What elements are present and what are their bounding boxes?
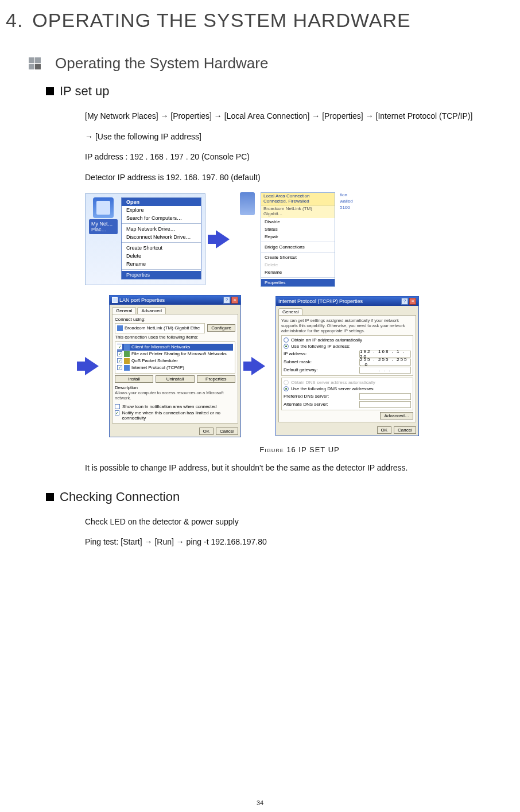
chapter-heading: 4. OPERATING THE SYSTEM HARDWARE xyxy=(6,9,514,32)
paragraph: It is possible to change IP address, but… xyxy=(85,462,514,475)
arrow-right-icon xyxy=(216,230,230,248)
grid-icon xyxy=(29,57,41,70)
network-icon xyxy=(112,297,118,303)
menu-item-bridge[interactable]: Bridge Connections xyxy=(261,243,335,251)
radio-label: Use the following DNS server addresses: xyxy=(291,386,375,391)
bullet-square-icon xyxy=(46,87,54,95)
context-menu-lan-connection: Local Area Connection Connected, Firewal… xyxy=(240,192,353,287)
subsection-checking-connection: Checking Connection xyxy=(46,489,514,504)
arrow-right-icon xyxy=(251,357,265,375)
configure-button[interactable]: Configure xyxy=(207,324,235,332)
section-title: Operating the System Hardware xyxy=(55,55,268,72)
close-button[interactable]: × xyxy=(231,297,238,304)
menu-item-rename[interactable]: Rename xyxy=(122,260,201,268)
subnet-mask-field[interactable]: 255 . 255 . 255 . 0 xyxy=(359,359,411,366)
bullet-square-icon xyxy=(46,493,54,501)
subsection-title: IP set up xyxy=(60,84,109,99)
description-text: Allows your computer to access resources… xyxy=(115,390,235,401)
intro-text: You can get IP settings assigned automat… xyxy=(281,318,413,333)
label-dns1: Preferred DNS server: xyxy=(284,394,356,399)
radio-label: Obtain DNS server address automatically xyxy=(291,380,375,385)
menu-item-status[interactable]: Status xyxy=(261,226,335,233)
side-text: walled xyxy=(340,199,353,204)
checkbox[interactable]: ✓ xyxy=(115,410,119,415)
list-item[interactable]: ✓Internet Protocol (TCP/IP) xyxy=(117,364,233,371)
close-button[interactable]: × xyxy=(409,298,416,305)
radio-auto-dns-disabled xyxy=(284,380,289,385)
menu-item-repair[interactable]: Repair xyxy=(261,233,335,240)
radio-label: Use the following IP address: xyxy=(291,344,350,349)
label-description: Description xyxy=(115,385,235,390)
dns1-field[interactable] xyxy=(359,393,411,400)
paragraph: → [Use the following IP address] xyxy=(85,131,514,143)
checkbox[interactable] xyxy=(115,404,120,409)
context-menu: Open Explore Search for Computers… Map N… xyxy=(121,197,201,279)
label-connect-using: Connect using: xyxy=(115,317,235,322)
menu-item-rename[interactable]: Rename xyxy=(261,269,335,276)
section-row: Operating the System Hardware xyxy=(29,55,514,72)
list-item[interactable]: ✓QoS Packet Scheduler xyxy=(117,358,233,364)
dns2-field[interactable] xyxy=(359,401,411,408)
dialog-title: LAN port Properties xyxy=(119,297,165,303)
ok-button[interactable]: OK xyxy=(377,426,392,434)
menu-item-create-shortcut[interactable]: Create Shortcut xyxy=(122,244,201,252)
menu-item-explore[interactable]: Explore xyxy=(122,206,201,214)
paragraph: Check LED on the detector & power supply xyxy=(85,516,514,529)
tab-general[interactable]: General xyxy=(112,307,136,314)
list-item[interactable]: ✓Client for Microsoft Networks xyxy=(117,344,233,351)
chapter-title: OPERATING THE SYSTEM HARDWARE xyxy=(32,9,410,32)
label-uses-items: This connection uses the following items… xyxy=(115,335,235,340)
subsection-ip-setup: IP set up xyxy=(46,84,514,99)
arrow-right-icon xyxy=(85,357,99,375)
computers-icon xyxy=(240,192,255,215)
menu-item-properties[interactable]: Properties xyxy=(122,271,201,279)
side-text: tion xyxy=(340,192,353,197)
dialog-title: Internet Protocol (TCP/IP) Properties xyxy=(278,298,363,304)
cancel-button[interactable]: Cancel xyxy=(394,426,416,434)
share-icon xyxy=(124,351,130,357)
menu-item-map-drive[interactable]: Map Network Drive… xyxy=(122,225,201,233)
checkbox-label: Notify me when this connection has limit… xyxy=(122,410,235,421)
radio-manual-ip[interactable] xyxy=(284,344,289,349)
uninstall-button[interactable]: Uninstall xyxy=(156,375,194,383)
menu-item-properties[interactable]: Properties xyxy=(261,279,335,286)
menu-item-open[interactable]: Open xyxy=(122,198,201,206)
menu-item-disable[interactable]: Disable xyxy=(261,218,335,226)
menu-item-disconnect-drive[interactable]: Disconnect Network Drive… xyxy=(122,233,201,241)
radio-label: Obtain an IP address automatically xyxy=(291,337,362,343)
radio-auto-ip[interactable] xyxy=(284,337,289,343)
adapter-icon xyxy=(117,325,123,331)
gateway-field[interactable]: . . . xyxy=(359,367,411,374)
list-item[interactable]: ✓File and Printer Sharing for Microsoft … xyxy=(117,351,233,358)
menu-item-search[interactable]: Search for Computers… xyxy=(122,214,201,222)
tab-general[interactable]: General xyxy=(278,308,302,315)
label-ip: IP address: xyxy=(284,351,356,356)
ok-button[interactable]: OK xyxy=(199,428,214,435)
install-button[interactable]: Install xyxy=(115,375,153,383)
label-mask: Subnet mask: xyxy=(284,359,356,364)
tcpip-icon xyxy=(124,365,130,371)
paragraph: [My Network Places] → [Properties] → [Lo… xyxy=(85,110,514,123)
help-button[interactable]: ? xyxy=(401,298,408,305)
adapter-name: Broadcom NetLink (TM) Gigabit Ethe xyxy=(125,325,200,331)
status-banner: Local Area Connection Connected, Firewal… xyxy=(261,193,335,206)
label-gateway: Default gateway: xyxy=(284,367,356,372)
menu-item-delete-disabled: Delete xyxy=(261,261,335,269)
tab-advanced[interactable]: Advanced xyxy=(137,307,166,314)
figure-caption: Figure 16 IP SET UP xyxy=(85,445,514,454)
context-menu-my-network-places: My Net… Plac… Open Explore Search for Co… xyxy=(85,193,205,285)
figure-ip-setup: My Net… Plac… Open Explore Search for Co… xyxy=(85,192,514,454)
client-icon xyxy=(124,344,130,350)
checkbox-label: Show icon in notification area when conn… xyxy=(122,404,217,409)
menu-item-create-shortcut[interactable]: Create Shortcut xyxy=(261,254,335,261)
menu-item-delete[interactable]: Delete xyxy=(122,252,201,260)
paragraph: Detector IP address is 192. 168. 197. 80… xyxy=(85,172,514,184)
cancel-button[interactable]: Cancel xyxy=(216,428,238,435)
paragraph: IP address : 192 . 168 . 197 . 20 (Conso… xyxy=(85,151,514,164)
dialog-tcpip-properties: Internet Protocol (TCP/IP) Properties ? … xyxy=(275,296,419,436)
side-text: 5100 xyxy=(340,205,353,210)
radio-manual-dns[interactable] xyxy=(284,386,289,391)
advanced-button[interactable]: Advanced… xyxy=(380,412,413,419)
properties-button[interactable]: Properties xyxy=(197,375,235,383)
help-button[interactable]: ? xyxy=(223,297,230,304)
